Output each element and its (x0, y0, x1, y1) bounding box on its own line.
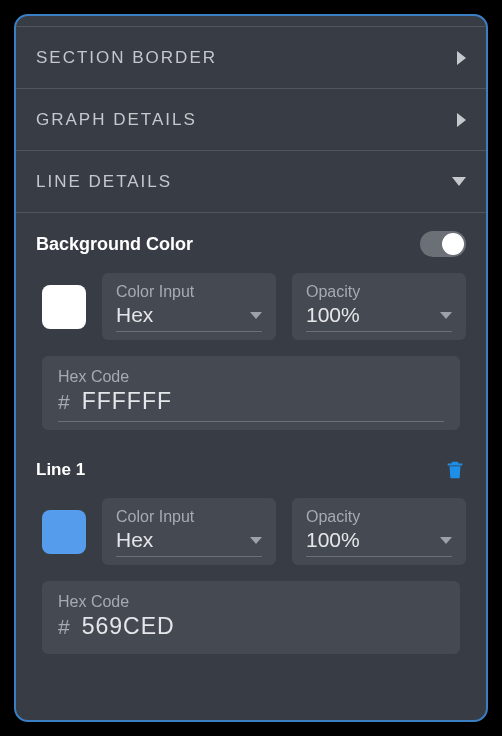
hex-value: FFFFFF (82, 388, 172, 415)
field-label: Color Input (116, 508, 262, 526)
graph-details-header[interactable]: GRAPH DETAILS (16, 88, 486, 150)
chevron-down-icon (250, 537, 262, 544)
background-opacity-select[interactable]: Opacity 100% (292, 273, 466, 340)
line-1-title: Line 1 (36, 460, 85, 480)
field-value: 100% (306, 303, 360, 327)
section-border-label: SECTION BORDER (36, 48, 217, 68)
truncated-section-header (16, 16, 486, 26)
field-value: Hex (116, 528, 153, 552)
hex-value: 569CED (82, 613, 175, 640)
background-color-swatch[interactable] (42, 285, 86, 329)
hex-prefix: # (58, 615, 70, 639)
chevron-down-icon (440, 312, 452, 319)
line-details-body: Background Color Color Input Hex Opacity… (16, 212, 486, 720)
field-label: Hex Code (58, 593, 444, 611)
field-label: Hex Code (58, 368, 444, 386)
line-1-color-row: Color Input Hex Opacity 100% (36, 498, 466, 565)
chevron-down-icon (440, 537, 452, 544)
settings-panel: SECTION BORDER GRAPH DETAILS LINE DETAIL… (14, 14, 488, 722)
line-1-header: Line 1 (36, 458, 466, 482)
line-1-opacity-select[interactable]: Opacity 100% (292, 498, 466, 565)
chevron-down-icon (452, 177, 466, 186)
chevron-right-icon (457, 113, 466, 127)
field-value: Hex (116, 303, 153, 327)
field-label: Color Input (116, 283, 262, 301)
background-color-header: Background Color (36, 231, 466, 257)
background-color-toggle[interactable] (420, 231, 466, 257)
hex-prefix: # (58, 390, 70, 414)
graph-details-label: GRAPH DETAILS (36, 110, 197, 130)
chevron-down-icon (250, 312, 262, 319)
background-color-label: Background Color (36, 234, 193, 255)
line-details-header[interactable]: LINE DETAILS (16, 150, 486, 212)
field-value: 100% (306, 528, 360, 552)
field-label: Opacity (306, 508, 452, 526)
field-label: Opacity (306, 283, 452, 301)
section-border-header[interactable]: SECTION BORDER (16, 26, 486, 88)
line-1-hex-field[interactable]: Hex Code # 569CED (42, 581, 460, 654)
line-details-label: LINE DETAILS (36, 172, 172, 192)
line-1-color-swatch[interactable] (42, 510, 86, 554)
background-hex-field[interactable]: Hex Code # FFFFFF (42, 356, 460, 430)
chevron-right-icon (457, 51, 466, 65)
trash-icon[interactable] (444, 458, 466, 482)
background-color-row: Color Input Hex Opacity 100% (36, 273, 466, 340)
line-1-color-input-select[interactable]: Color Input Hex (102, 498, 276, 565)
background-color-input-select[interactable]: Color Input Hex (102, 273, 276, 340)
